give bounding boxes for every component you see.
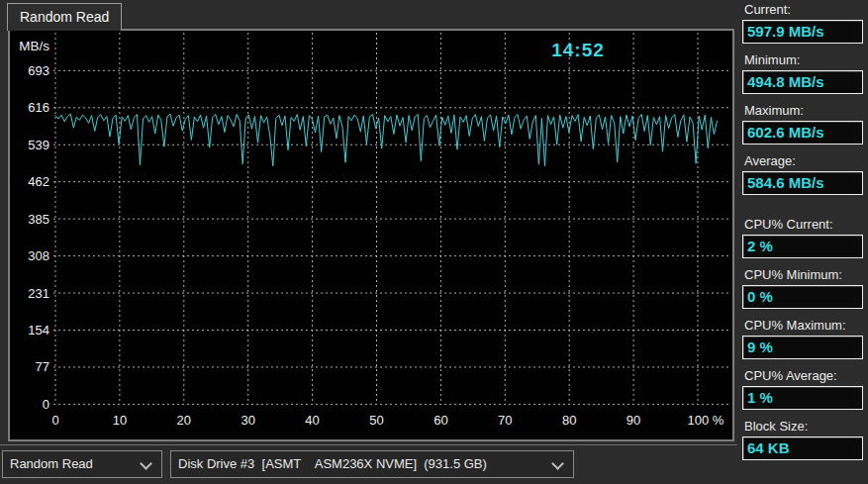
svg-text:50: 50 — [369, 413, 383, 428]
svg-text:0: 0 — [51, 413, 58, 428]
svg-text:100 %: 100 % — [688, 413, 724, 428]
stat-average-label: Average: — [744, 153, 863, 168]
stat-cpu-current: CPU% Current: 2 % — [742, 217, 863, 258]
svg-text:308: 308 — [28, 248, 49, 263]
stat-cpu-average-value: 1 % — [742, 386, 863, 410]
stat-average: Average: 584.6 MB/s — [742, 153, 863, 195]
chart-panel: MB/s693616539462385308231154770010203040… — [8, 29, 734, 441]
stat-cpu-minimum-value: 0 % — [742, 285, 863, 309]
svg-text:10: 10 — [113, 413, 127, 428]
stat-minimum: Minimum: 494.8 MB/s — [742, 52, 863, 94]
stat-cpu-maximum-value: 9 % — [742, 336, 863, 359]
stat-cpu-average: CPU% Average: 1 % — [742, 368, 863, 410]
stat-current: Current: 597.9 MB/s — [742, 2, 863, 44]
svg-text:40: 40 — [305, 413, 319, 428]
stat-cpu-current-label: CPU% Current: — [744, 217, 863, 232]
chevron-down-icon — [140, 457, 152, 470]
stat-average-value: 584.6 MB/s — [742, 171, 863, 195]
transfer-rate-chart: MB/s693616539462385308231154770010203040… — [10, 31, 732, 439]
stat-maximum-value: 602.6 MB/s — [742, 121, 863, 145]
svg-text:80: 80 — [562, 413, 576, 428]
stat-block-size: Block Size: 64 KB — [742, 419, 863, 460]
stat-minimum-label: Minimum: — [744, 52, 863, 67]
svg-text:70: 70 — [498, 413, 512, 428]
stat-cpu-minimum-label: CPU% Minimum: — [744, 267, 863, 282]
stat-block-size-label: Block Size: — [744, 419, 863, 434]
stats-panel: Current: 597.9 MB/s Minimum: 494.8 MB/s … — [742, 2, 863, 469]
svg-text:0: 0 — [43, 397, 49, 412]
stat-current-value: 597.9 MB/s — [742, 20, 863, 44]
stat-block-size-value: 64 KB — [742, 436, 863, 460]
stat-cpu-current-value: 2 % — [742, 235, 863, 258]
svg-text:693: 693 — [28, 63, 49, 78]
benchmark-window: { "tab": { "label": "Random Read" }, "ch… — [0, 0, 868, 484]
svg-text:539: 539 — [28, 138, 49, 152]
test-type-select[interactable]: Random Read — [2, 450, 162, 478]
stat-minimum-value: 494.8 MB/s — [742, 70, 863, 94]
svg-text:462: 462 — [28, 174, 49, 189]
stat-cpu-maximum-label: CPU% Maximum: — [744, 318, 863, 333]
svg-text:385: 385 — [28, 212, 49, 227]
tab-random-read[interactable]: Random Read — [7, 3, 122, 31]
chart-timestamp: 14:52 — [537, 40, 619, 61]
test-type-selected-value: Random Read — [3, 451, 93, 477]
stat-cpu-minimum: CPU% Minimum: 0 % — [742, 267, 863, 309]
stat-current-label: Current: — [744, 2, 863, 17]
stat-cpu-average-label: CPU% Average: — [744, 368, 863, 383]
svg-text:616: 616 — [28, 100, 49, 115]
chevron-down-icon — [551, 457, 564, 470]
svg-text:60: 60 — [434, 413, 447, 428]
svg-text:20: 20 — [177, 413, 191, 428]
stat-maximum: Maximum: 602.6 MB/s — [742, 103, 863, 145]
svg-text:30: 30 — [241, 413, 254, 428]
svg-text:90: 90 — [627, 413, 640, 428]
stat-cpu-maximum: CPU% Maximum: 9 % — [742, 318, 863, 359]
footer-separator — [0, 444, 737, 445]
svg-text:231: 231 — [28, 286, 49, 301]
drive-select[interactable]: Disk Drive #3 [ASMT ASM236X NVME] (931.5… — [170, 450, 574, 478]
svg-text:MB/s: MB/s — [19, 39, 49, 53]
drive-selected-value: Disk Drive #3 [ASMT ASM236X NVME] (931.5… — [171, 451, 487, 477]
svg-text:77: 77 — [36, 359, 49, 374]
svg-text:154: 154 — [28, 323, 49, 338]
stat-maximum-label: Maximum: — [744, 103, 863, 118]
